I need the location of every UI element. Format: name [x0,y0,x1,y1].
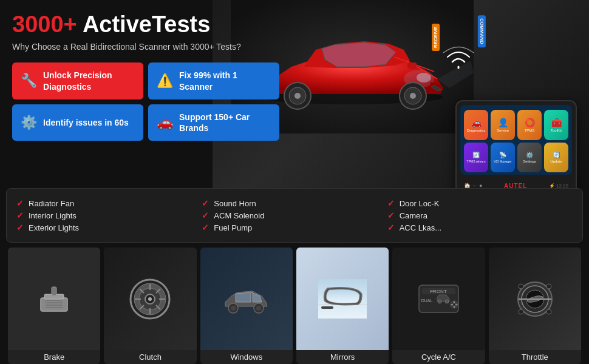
check-icon-7: ✓ [387,198,395,208]
thumb-mirrors[interactable]: Mirrors [296,248,389,364]
svg-point-52 [546,284,551,289]
check-icon-4: ✓ [202,198,209,208]
command-label: COMMAND [478,15,486,47]
check-icon-3: ✓ [16,223,24,232]
feature-label-2: Exterior Lights [29,223,79,232]
thumb-throttle[interactable]: Throttle [489,248,581,364]
mirrors-image [296,248,389,350]
feature-interior-lights: ✓ Interior Lights [16,211,202,220]
svg-point-42 [438,300,441,303]
feature-col-1: ✓ Radiator Fan ✓ Interior Lights ✓ Exter… [16,198,202,232]
main-title: 3000+ ActiveTests [12,12,279,38]
svg-point-22 [148,297,152,301]
mirrors-label: Mirrors [296,350,389,364]
feature-radiator-fan: ✓ Radiator Fan [16,198,202,208]
svg-rect-17 [52,287,56,295]
check-icon-2: ✓ [16,211,24,220]
brake-svg [36,281,72,317]
car-icon: 🚗 [157,114,173,132]
buttons-grid: 🔧 Unlock Precision Diagnostics ⚠️ Fix 99… [12,62,279,141]
app-service[interactable]: 👤 Service [491,110,515,140]
clutch-label: Clutch [104,350,196,364]
app-update[interactable]: 🔄 Update [544,143,568,173]
svg-point-6 [294,93,301,99]
signal-area: RECEIVE COMMAND [440,42,477,75]
svg-point-9 [410,93,416,99]
btn-label-0: Unlock Precision Diagnostics [43,70,135,92]
thumb-brake[interactable]: Brake [8,248,100,364]
btn-identify-issues[interactable]: ⚙️ Identify issues in 60s [12,104,143,141]
btn-label-3: Support 150+ Car Brands [179,112,271,133]
windows-svg [222,279,271,318]
main-container: 3000+ ActiveTests Why Choose a Real Bidi… [0,0,589,364]
thumb-windows[interactable]: Windows [200,248,293,364]
btn-precision-diagnostics[interactable]: 🔧 Unlock Precision Diagnostics [12,62,143,99]
thumb-ac[interactable]: FRONT DUAL [392,248,485,364]
svg-point-51 [519,284,523,289]
wifi-icon [440,42,477,73]
title-red: 3000+ [12,12,77,37]
app-toolkit[interactable]: 🧰 ToolKit [544,110,568,140]
feature-label-5: Fuel Pump [214,223,252,232]
top-section: 3000+ ActiveTests Why Choose a Real Bidi… [0,0,589,188]
wrench-icon: 🔧 [21,72,37,90]
check-icon-9: ✓ [387,223,395,232]
feature-label-6: Door Loc-K [400,199,440,208]
feature-acc-lkas: ✓ ACC Lkas... [387,223,573,232]
device-screen: 🚗 Diagnostics 👤 Service ⭕ TPMS 🧰 [460,105,572,175]
clutch-svg [129,278,171,320]
svg-point-43 [445,300,449,303]
throttle-image [489,248,581,350]
svg-text:FRONT: FRONT [430,289,447,294]
app-diagnostics[interactable]: 🚗 Diagnostics [464,110,488,140]
check-icon-1: ✓ [16,198,24,208]
svg-point-54 [546,309,551,314]
feature-label-7: Camera [400,211,427,220]
btn-fix-scanner[interactable]: ⚠️ Fix 99% with 1 Scanner [148,62,279,99]
feature-col-3: ✓ Door Loc-K ✓ Camera ✓ ACC Lkas... [387,198,573,232]
windows-label: Windows [200,350,293,364]
brake-image [8,248,100,350]
svg-rect-10 [407,62,417,69]
app-tpms-relearn[interactable]: 🔃 TPMS relearn [464,143,488,173]
btn-label-1: Fix 99% with 1 Scanner [179,70,271,92]
feature-fuel-pump: ✓ Fuel Pump [202,223,387,232]
svg-point-32 [231,306,236,311]
left-content: 3000+ ActiveTests Why Choose a Real Bidi… [0,0,291,188]
receive-label: RECEIVE [432,24,440,51]
feature-label-0: Radiator Fan [29,199,74,208]
app-settings[interactable]: ⚙️ Settings [517,143,542,173]
feature-acm-solenoid: ✓ ACM Solenoid [202,211,387,220]
feature-door-lock: ✓ Door Loc-K [387,198,573,208]
check-icon-5: ✓ [202,211,209,220]
svg-rect-11 [41,298,67,311]
app-tpms[interactable]: ⭕ TPMS [517,110,542,140]
feature-exterior-lights: ✓ Exterior Lights [16,223,202,232]
device-bottom: 🏠 ← ● AUTEL ⚡ 12:22 [460,177,572,188]
feature-label-1: Interior Lights [29,211,77,220]
brake-label: Brake [8,350,100,364]
check-icon-8: ✓ [387,211,395,220]
device-mockup: 🚗 Diagnostics 👤 Service ⭕ TPMS 🧰 [455,100,577,188]
subtitle: Why Choose a Real Bidirectional Scanner … [12,41,279,53]
feature-sound-horn: ✓ Sound Horn [202,198,387,208]
windows-image [200,248,293,350]
mirrors-svg [318,279,367,318]
ac-image: FRONT DUAL [392,248,485,350]
alert-icon: ⚠️ [157,72,173,90]
title-black: ActiveTests [83,12,211,37]
feature-label-3: Sound Horn [214,199,256,208]
btn-car-brands[interactable]: 🚗 Support 150+ Car Brands [148,104,279,141]
app-vci[interactable]: 📡 VCI Manager [491,143,515,173]
check-icon-6: ✓ [202,223,209,232]
throttle-label: Throttle [489,350,581,364]
throttle-svg [514,279,556,318]
svg-point-45 [453,303,455,306]
feature-label-8: ACC Lkas... [400,223,441,232]
device-brand-label: AUTEL [504,183,527,189]
thumbnails-section: Brake [6,248,583,364]
ac-label: Cycle A/C [392,350,485,364]
ac-svg: FRONT DUAL [416,279,461,318]
thumb-clutch[interactable]: Clutch [104,248,196,364]
features-section: ✓ Radiator Fan ✓ Interior Lights ✓ Exter… [6,188,583,243]
